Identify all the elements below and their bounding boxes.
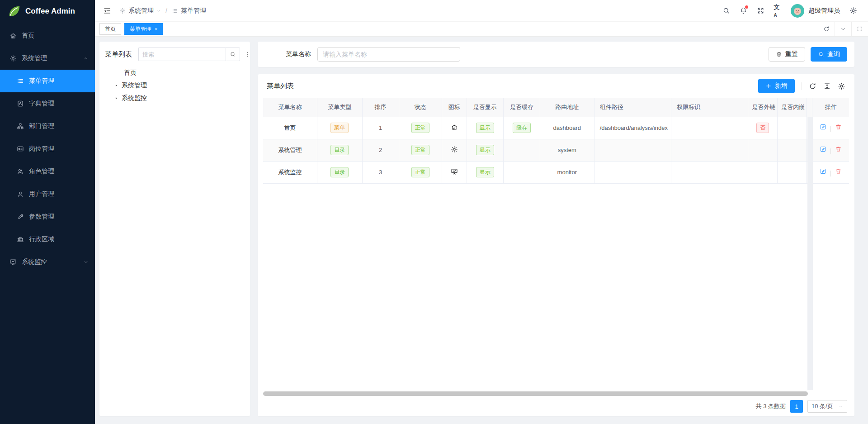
table-vertical-scrollbar[interactable] xyxy=(807,117,813,390)
tab[interactable]: 首页 xyxy=(99,23,121,35)
sidebar-item[interactable]: 系统监控 xyxy=(0,251,95,273)
sidebar-item[interactable]: 首页 xyxy=(0,24,95,47)
column-header: 是否显示 xyxy=(467,98,503,117)
content: 菜单列表 首页系统管理系统监控 菜单名称 xyxy=(95,37,868,424)
cell-actions xyxy=(812,161,849,183)
cell-embedded xyxy=(778,117,807,139)
status-badge: 缓存 xyxy=(513,123,531,133)
sidebar-subitem[interactable]: 参数管理 xyxy=(0,205,95,228)
bank-icon xyxy=(17,236,24,243)
sidebar-subitem-label: 用户管理 xyxy=(29,190,54,198)
role-icon xyxy=(17,168,24,175)
tab-close-icon[interactable]: × xyxy=(155,26,157,32)
page-size-select[interactable]: 10 条/页 xyxy=(807,400,847,413)
user-menu[interactable]: 超级管理员 xyxy=(786,0,844,22)
table-zone: 菜单名称菜单类型排序状态图标是否显示是否缓存路由地址组件路径权限标识是否外链是否… xyxy=(263,98,849,390)
action-divider xyxy=(830,171,831,176)
sidebar-subitem-label: 岗位管理 xyxy=(29,145,54,153)
delete-button[interactable] xyxy=(835,124,842,130)
delete-button[interactable] xyxy=(835,168,842,175)
add-button-label: 新增 xyxy=(775,82,788,90)
column-header: 图标 xyxy=(442,98,467,117)
caret-right-icon xyxy=(114,83,118,88)
delete-button[interactable] xyxy=(835,146,842,152)
status-badge: 显示 xyxy=(476,145,494,155)
toolbar-divider xyxy=(802,82,802,90)
tree-node[interactable]: 系统管理 xyxy=(105,79,245,92)
logo[interactable]: Coffee Admin xyxy=(0,0,95,23)
breadcrumb-label: 系统管理 xyxy=(128,7,154,15)
breadcrumb-item[interactable]: 系统管理 xyxy=(119,7,161,15)
sidebar-subitem[interactable]: 角色管理 xyxy=(0,160,95,183)
search-button[interactable] xyxy=(717,0,735,22)
tree-more-button[interactable] xyxy=(244,51,250,58)
filter-actions: 重置 查询 xyxy=(769,47,847,62)
tree-search-input[interactable] xyxy=(138,48,226,61)
sidebar-subitem[interactable]: 岗位管理 xyxy=(0,138,95,160)
translate-button[interactable]: 文A xyxy=(769,0,786,22)
sidebar-subitem[interactable]: 菜单管理 xyxy=(0,70,95,92)
sidebar-subitem[interactable]: 部门管理 xyxy=(0,115,95,138)
gear-button[interactable] xyxy=(838,82,845,90)
edit-button[interactable] xyxy=(820,168,826,175)
pagination: 共 3 条数据 1 10 条/页 xyxy=(258,396,854,416)
reset-button[interactable]: 重置 xyxy=(769,47,805,62)
query-button[interactable]: 查询 xyxy=(811,47,847,62)
action-divider xyxy=(830,148,831,154)
sidebar-subitem[interactable]: 行政区域 xyxy=(0,228,95,251)
settings-button[interactable] xyxy=(844,0,862,22)
menu-tree: 首页系统管理系统监控 xyxy=(105,67,245,105)
sidebar-subitem[interactable]: 用户管理 xyxy=(0,183,95,205)
fullscreen-button[interactable] xyxy=(752,0,769,22)
bell-button[interactable] xyxy=(735,0,752,22)
tree-search-button[interactable] xyxy=(226,48,240,61)
tree-node[interactable]: 系统监控 xyxy=(105,92,245,105)
table-toolbar-actions: 新增 xyxy=(758,79,845,93)
cell-name: 系统监控 xyxy=(263,161,317,183)
cell-icon xyxy=(442,117,467,139)
query-button-label: 查询 xyxy=(827,50,840,58)
menu-name-input[interactable] xyxy=(317,47,460,62)
status-badge: 菜单 xyxy=(330,123,349,133)
cell-actions xyxy=(812,117,849,139)
fullscreen-icon xyxy=(757,7,764,14)
refresh-button[interactable] xyxy=(818,22,835,36)
column-height-button[interactable] xyxy=(823,82,831,90)
cell-cache xyxy=(503,139,540,161)
scrollbar-thumb[interactable] xyxy=(263,391,808,396)
collapse-sidebar-button[interactable] xyxy=(103,7,111,15)
tab[interactable]: 菜单管理× xyxy=(124,23,163,35)
notification-dot xyxy=(745,5,748,9)
cell-embedded xyxy=(778,139,807,161)
tree-panel-title: 菜单列表 xyxy=(105,50,132,59)
maximize-icon xyxy=(857,26,863,32)
tree-node[interactable]: 首页 xyxy=(105,67,245,79)
maximize-button[interactable] xyxy=(851,22,868,36)
plus-icon xyxy=(765,83,772,89)
table-horizontal-scrollbar[interactable] xyxy=(263,391,849,396)
sidebar-subitem[interactable]: 字典管理 xyxy=(0,92,95,115)
refresh-button[interactable] xyxy=(809,82,816,90)
breadcrumb-item[interactable]: 菜单管理 xyxy=(172,7,206,15)
add-button[interactable]: 新增 xyxy=(758,79,795,93)
edit-button[interactable] xyxy=(820,124,826,130)
cell-route: system xyxy=(540,139,594,161)
idcard-icon xyxy=(17,145,24,152)
sidebar-item-label: 系统管理 xyxy=(22,54,47,62)
topbar: 系统管理/菜单管理 文A 超级管理员 xyxy=(95,0,868,22)
column-header: 状态 xyxy=(399,98,442,117)
breadcrumb: 系统管理/菜单管理 xyxy=(119,7,206,15)
cell-status: 正常 xyxy=(399,117,442,139)
cell-external: 否 xyxy=(748,117,778,139)
edit-button[interactable] xyxy=(820,146,826,152)
tree-node-label: 系统管理 xyxy=(122,81,147,90)
cell-name: 系统管理 xyxy=(263,139,317,161)
status-badge: 正常 xyxy=(411,167,429,177)
search-icon xyxy=(230,51,236,57)
page-1-button[interactable]: 1 xyxy=(790,400,803,413)
app-title: Coffee Admin xyxy=(25,7,75,16)
chevron-down-button[interactable] xyxy=(835,22,851,36)
sidebar-item[interactable]: 系统管理 xyxy=(0,47,95,70)
table-setting-icons xyxy=(809,82,845,90)
cell-embedded xyxy=(778,161,807,183)
